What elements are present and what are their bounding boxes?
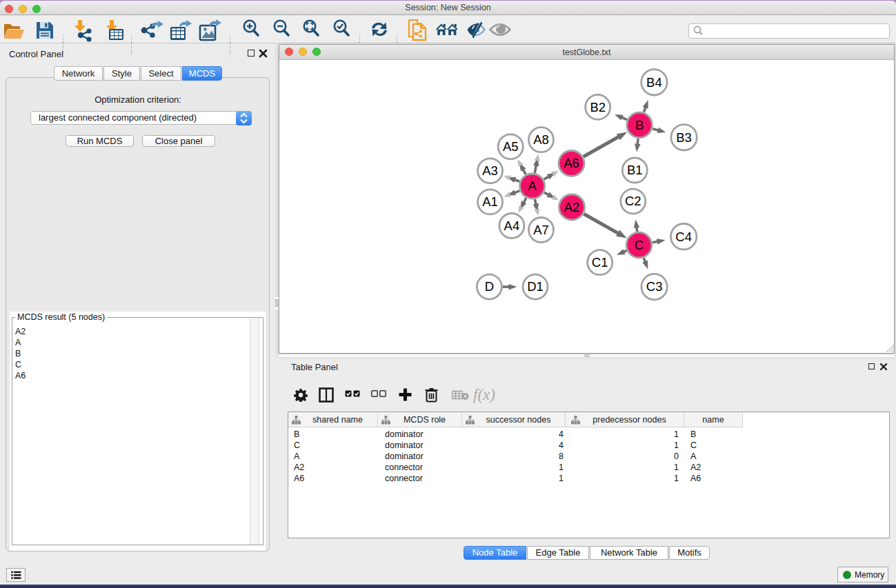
svg-text:C1: C1 [592, 255, 608, 270]
svg-text:A: A [528, 179, 537, 193]
svg-text:A8: A8 [533, 132, 549, 147]
svg-text:A7: A7 [533, 223, 549, 237]
svg-text:A4: A4 [504, 219, 520, 233]
svg-text:A5: A5 [503, 139, 519, 154]
svg-text:B2: B2 [590, 100, 606, 114]
svg-text:D: D [485, 279, 494, 294]
svg-text:A3: A3 [482, 163, 498, 178]
svg-text:B4: B4 [646, 75, 662, 90]
svg-text:B1: B1 [627, 163, 643, 177]
svg-text:B: B [635, 118, 644, 132]
svg-text:A6: A6 [564, 156, 579, 170]
svg-text:A1: A1 [482, 194, 498, 209]
svg-text:C3: C3 [646, 279, 663, 294]
svg-text:D1: D1 [527, 279, 544, 294]
svg-text:A2: A2 [564, 200, 580, 214]
svg-text:B3: B3 [676, 130, 692, 145]
svg-text:C: C [635, 238, 644, 252]
svg-text:C2: C2 [625, 194, 641, 208]
svg-text:C4: C4 [675, 230, 692, 244]
